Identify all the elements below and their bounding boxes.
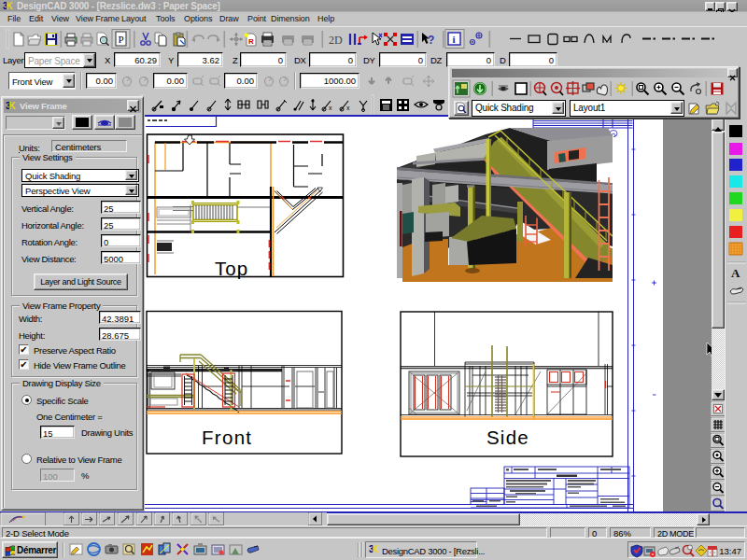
- svg-text:x: x: [346, 105, 350, 111]
- svg-text:x: x: [329, 105, 332, 111]
- svg-text:Side: Side: [486, 427, 529, 448]
- svg-text:Front: Front: [202, 427, 252, 448]
- svg-text:P: P: [119, 34, 124, 45]
- svg-text:Top: Top: [215, 258, 248, 279]
- svg-text:A: A: [731, 266, 740, 280]
